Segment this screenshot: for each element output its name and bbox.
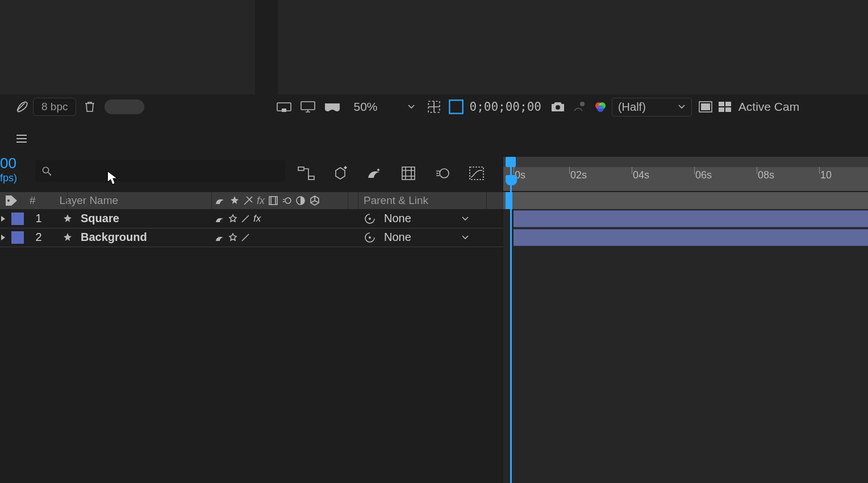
svg-rect-24	[269, 197, 277, 205]
layer-search-input[interactable]	[35, 160, 285, 182]
search-icon	[41, 165, 53, 177]
panel-menu-icon[interactable]	[16, 135, 27, 143]
svg-rect-12	[719, 102, 724, 106]
layer-name[interactable]: Background	[81, 231, 147, 244]
svg-rect-11	[701, 103, 710, 110]
timeline-timecode[interactable]: 00 fps)	[0, 155, 17, 184]
motion-blur-icon[interactable]	[434, 165, 451, 182]
svg-point-27	[369, 218, 371, 220]
transparency-grid-icon[interactable]	[448, 94, 464, 119]
show-snapshot-icon[interactable]	[572, 94, 587, 119]
collapsetrans-switch[interactable]	[228, 214, 237, 223]
chevron-down-icon[interactable]	[461, 234, 469, 242]
graph-editor-icon[interactable]	[468, 165, 485, 182]
ruler-tick: 06s	[695, 169, 712, 181]
viewer-left-panel	[0, 0, 255, 94]
roi-icon[interactable]	[427, 94, 441, 119]
layername-column[interactable]: Layer Name	[60, 194, 119, 207]
work-area-bar[interactable]	[503, 192, 868, 209]
layer-switches: fx	[215, 213, 261, 224]
twirl-icon[interactable]	[0, 234, 8, 241]
shy-switch[interactable]	[215, 232, 225, 243]
twirl-icon[interactable]	[0, 215, 8, 222]
index-column[interactable]: #	[30, 194, 36, 207]
svg-rect-13	[725, 102, 731, 106]
layer-track-area[interactable]	[503, 209, 868, 483]
quality-switch[interactable]	[241, 214, 250, 223]
active-camera-dropdown[interactable]: Active Cam	[738, 100, 799, 114]
label-color-chip[interactable]	[11, 231, 24, 244]
pickwhip-icon[interactable]	[364, 213, 376, 225]
comp-flowchart-icon[interactable]	[298, 165, 315, 182]
svg-point-19	[377, 169, 379, 171]
svg-point-6	[580, 102, 585, 106]
layer-row[interactable]: 2 Background None	[0, 228, 503, 247]
adjustment-col-icon[interactable]	[295, 195, 306, 206]
parent-control[interactable]: None	[364, 212, 469, 225]
timecode-fps: fps)	[0, 172, 17, 184]
parent-control[interactable]: None	[364, 231, 469, 244]
pickwhip-icon[interactable]	[364, 231, 376, 244]
fx-col-star-icon[interactable]	[229, 195, 240, 206]
monitor-icon[interactable]	[300, 94, 316, 119]
time-navigator-start-handle[interactable]	[506, 157, 516, 167]
snapshot-icon[interactable]	[550, 94, 565, 119]
layer-duration-bar[interactable]	[514, 210, 868, 227]
parent-column[interactable]: Parent & Link	[364, 194, 428, 207]
resolution-dropdown[interactable]: (Half)	[612, 98, 692, 116]
frameblend-col-icon[interactable]	[243, 195, 253, 206]
fx-switch[interactable]: fx	[253, 213, 261, 224]
shape-star-icon	[62, 214, 73, 224]
chevron-down-icon	[407, 103, 415, 111]
frame-blend-icon[interactable]	[400, 165, 417, 182]
layer-index: 2	[32, 231, 45, 244]
fx-col-icon[interactable]: fx	[257, 195, 265, 207]
time-ruler[interactable]: 0s 02s 04s 06s 08s 10	[503, 157, 868, 191]
grid-icon[interactable]	[718, 94, 732, 119]
draft3d-icon[interactable]	[332, 165, 349, 182]
chevron-down-icon[interactable]	[461, 215, 469, 223]
shy-switch[interactable]	[215, 214, 225, 224]
svg-rect-15	[725, 107, 731, 112]
layer-row[interactable]: 1 Square fx None	[0, 209, 503, 228]
trash-icon[interactable]	[83, 94, 97, 119]
label-column-icon[interactable]	[5, 194, 18, 207]
playhead-grip[interactable]	[506, 175, 517, 185]
layer-index: 1	[32, 212, 45, 225]
layer-name[interactable]: Square	[81, 212, 119, 225]
footer-toolbar: 8 bpc 50% 0;00;00;00 (Half) Ac	[0, 94, 868, 119]
svg-point-21	[440, 169, 449, 178]
parent-value: None	[384, 212, 411, 225]
shape-star-icon	[62, 232, 73, 243]
quality-switch[interactable]	[241, 233, 250, 242]
shy-col-icon[interactable]	[215, 195, 226, 206]
timecode-frames: 00	[0, 155, 17, 172]
collapsetrans-switch[interactable]	[228, 233, 237, 242]
zoom-dropdown[interactable]: 50%	[348, 98, 420, 116]
bpc-button[interactable]: 8 bpc	[33, 98, 76, 116]
svg-point-9	[597, 105, 604, 112]
layer-duration-bar[interactable]	[514, 229, 868, 246]
svg-point-5	[556, 105, 560, 110]
3d-col-icon[interactable]	[309, 195, 320, 206]
label-color-chip[interactable]	[11, 213, 24, 225]
layer-rows: 1 Square fx None 2 Background N	[0, 209, 503, 247]
shy-icon[interactable]	[366, 165, 383, 182]
motionblur-col-icon[interactable]	[282, 195, 292, 206]
mask-goggles-icon[interactable]	[324, 94, 341, 119]
panel-tabs: e	[0, 128, 868, 149]
filmstrip-col-icon[interactable]	[268, 195, 278, 206]
svg-point-25	[285, 198, 291, 203]
always-preview-icon[interactable]	[276, 94, 292, 119]
channel-icon[interactable]	[594, 94, 607, 119]
feather-icon[interactable]	[14, 94, 28, 119]
time-navigator[interactable]	[503, 157, 868, 167]
empty-pill[interactable]	[105, 99, 144, 114]
playhead-line[interactable]	[510, 167, 512, 483]
layer-switches	[215, 232, 250, 243]
svg-rect-17	[298, 167, 304, 170]
svg-rect-1	[282, 109, 286, 112]
viewer-timecode[interactable]: 0;00;00;00	[470, 100, 541, 114]
layer-search-field[interactable]	[57, 165, 285, 177]
fast-preview-icon[interactable]	[699, 94, 712, 119]
